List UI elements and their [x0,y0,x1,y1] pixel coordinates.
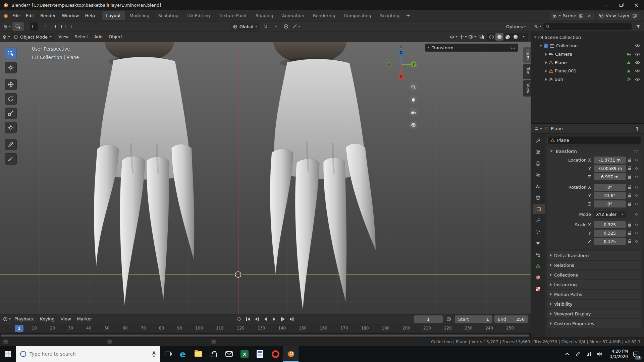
object-name-field[interactable]: Plane [547,136,641,144]
select-mode-extend-button[interactable] [40,22,48,31]
play-reverse-button[interactable] [262,316,269,322]
task-view-button[interactable] [160,346,175,362]
select-mode-subtract-button[interactable] [50,22,58,31]
animate-dot[interactable] [635,186,638,188]
outliner-row-collection[interactable]: ✓ Collection [531,42,644,50]
restore-button[interactable] [613,0,629,10]
lock-icon[interactable] [628,231,632,235]
viewport-menu[interactable]: Add [91,33,106,41]
location-y-field[interactable]: -0.00589 m [594,165,626,172]
outliner-editor-type-button[interactable] [533,22,541,31]
transform-panel-head[interactable]: Transform [547,147,641,156]
app-menu-button[interactable] [3,13,9,19]
shading-solid-button[interactable] [495,33,503,41]
tab-world[interactable] [533,193,543,203]
transform-panel-header[interactable]: Transform [425,44,518,52]
rotation-y-field[interactable]: 33.6° [594,192,626,199]
object-visibility-dropdown[interactable] [449,33,458,41]
tray-network-button[interactable] [584,346,594,362]
play-button[interactable] [271,316,277,322]
animate-dot[interactable] [635,167,638,170]
shading-rendered-button[interactable] [512,33,520,41]
move-tool-button[interactable] [5,79,17,90]
workspace-tab[interactable]: Compositing [340,11,375,20]
collapsed-panel[interactable]: Viewport Display [547,309,641,318]
rotation-mode-dropdown[interactable]: XYZ Euler [594,211,626,218]
outliner-search-input[interactable] [552,24,630,29]
outliner-row-plane[interactable]: Plane [531,58,644,67]
unlink-scene-button[interactable]: × [586,13,592,19]
tab-view-layer[interactable] [533,170,543,180]
outliner-row-plane-001[interactable]: Plane.001 [531,67,644,75]
taskbar-search[interactable] [16,346,160,362]
next-keyframe-button[interactable] [279,316,286,322]
drag-handle-icon[interactable] [634,150,639,153]
snap-toggle-button[interactable] [262,22,270,31]
workspace-tab[interactable]: Layout [102,11,125,20]
timeline-ruler[interactable]: 1102030405060708090100110120130140150160… [0,324,531,333]
preview-range-button[interactable] [445,315,453,323]
hide-object-button[interactable] [633,50,641,58]
sidebar-tab-tool[interactable]: Tool [523,64,531,79]
start-button[interactable] [0,346,16,362]
microphone-icon[interactable] [152,351,156,357]
location-x-field[interactable]: -1.3731 m [594,157,626,164]
viewport-menu[interactable]: Object [106,33,126,41]
scale-y-field[interactable]: 0.325 [594,230,626,237]
snap-settings-dropdown[interactable] [272,22,280,31]
xray-toggle-button[interactable] [478,33,486,41]
tab-physics[interactable] [533,238,543,248]
timeline-menu[interactable]: Playback [11,315,37,323]
autokey-button[interactable] [236,316,243,322]
workspace-tab[interactable]: Animation [278,11,308,20]
workspace-tab[interactable]: Shading [252,11,277,20]
tab-output[interactable] [533,159,543,169]
jump-start-button[interactable] [245,316,251,322]
taskbar-app-blender[interactable] [283,346,299,362]
lock-icon[interactable] [628,193,632,198]
viewport-menu[interactable]: Select [72,33,91,41]
workspace-tab[interactable]: UV Editing [183,11,214,20]
zoom-button[interactable] [409,82,418,91]
tray-volume-button[interactable] [594,346,604,362]
collapsed-panel[interactable]: Delta Transform [547,251,641,260]
animate-dot[interactable] [635,232,638,234]
annotate-tool-button[interactable] [5,139,17,150]
outliner-row-scene-collection[interactable]: Scene Collection [531,33,644,42]
pin-button[interactable] [633,125,641,133]
hide-object-button[interactable] [633,67,641,75]
lock-icon[interactable] [628,158,632,162]
overlays-dropdown[interactable] [468,33,476,41]
collapsed-panel[interactable]: Visibility [547,300,641,308]
select-mode-intersect-button[interactable] [69,22,77,31]
action-center-button[interactable]: 13 [629,346,643,362]
minimize-button[interactable] [598,0,613,10]
pan-button[interactable] [409,95,418,104]
scale-z-field[interactable]: 0.325 [594,238,626,245]
hide-object-button[interactable] [633,59,641,67]
viewport-3d[interactable]: User Perspective (1) Collection | Plane [0,42,531,314]
hide-object-button[interactable] [633,75,641,83]
sidebar-tab-view[interactable]: View [523,80,531,97]
properties-editor-type-button[interactable] [534,125,542,133]
filter-button[interactable] [634,22,642,31]
scale-x-field[interactable]: 0.325 [594,221,626,228]
lock-icon[interactable] [628,223,632,227]
current-frame-field[interactable]: 1 [414,315,443,323]
collapsed-panel[interactable]: Instancing [547,280,641,289]
taskbar-app-red[interactable] [268,346,283,362]
new-scene-button[interactable] [578,13,584,19]
scale-tool-button[interactable] [5,108,17,119]
add-workspace-button[interactable]: + [404,12,412,20]
lock-icon[interactable] [628,239,632,244]
gizmos-dropdown[interactable] [459,33,467,41]
rotation-x-field[interactable]: 0° [594,184,626,191]
active-tool-button[interactable] [12,22,24,31]
taskbar-app-file-explorer[interactable] [191,346,206,362]
animate-dot[interactable] [635,213,638,216]
outliner-row-camera[interactable]: Camera [531,50,644,58]
timeline-scrollbar[interactable] [1,335,529,337]
viewport-menu[interactable]: View [55,33,72,41]
tab-tool[interactable] [533,136,543,146]
taskbar-app-mail[interactable] [221,346,237,362]
